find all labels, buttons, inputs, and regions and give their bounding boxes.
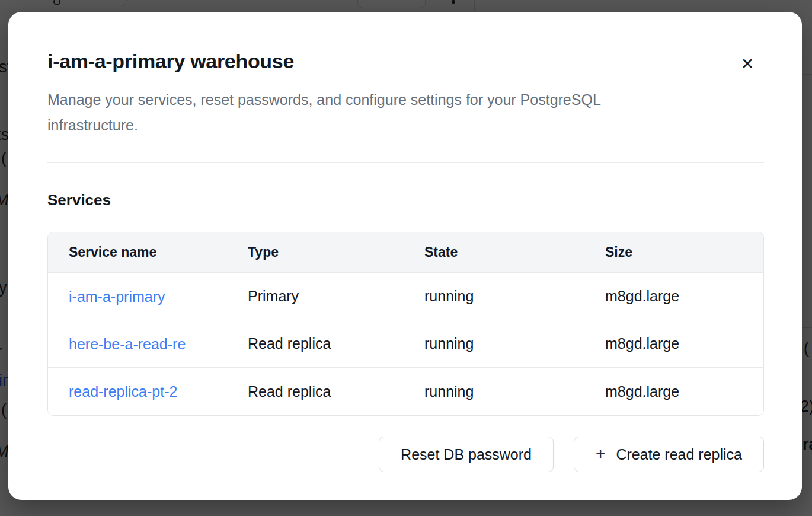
service-state-cell: running xyxy=(424,335,605,352)
service-type-cell: Primary xyxy=(248,288,424,305)
section-divider xyxy=(47,162,764,163)
close-icon: ✕ xyxy=(741,55,755,74)
create-read-replica-label: Create read replica xyxy=(616,446,742,463)
table-row: read-replica-pt-2 Read replica running m… xyxy=(48,368,763,415)
services-heading: Services xyxy=(47,191,764,209)
column-header-service-name: Service name xyxy=(48,244,248,260)
service-size-cell: m8gd.large xyxy=(605,335,763,352)
reset-db-password-button[interactable]: Reset DB password xyxy=(379,437,554,472)
table-row: here-be-a-read-re Read replica running m… xyxy=(48,320,763,368)
column-header-state: State xyxy=(424,244,605,260)
service-size-cell: m8gd.large xyxy=(605,383,763,400)
service-name-link[interactable]: here-be-a-read-re xyxy=(69,336,186,353)
column-header-type: Type xyxy=(248,244,424,260)
service-name-link[interactable]: read-replica-pt-2 xyxy=(69,383,177,400)
services-table: Service name Type State Size i-am-a-prim… xyxy=(47,232,764,416)
column-header-size: Size xyxy=(605,244,763,260)
service-size-cell: m8gd.large xyxy=(605,288,763,305)
modal-description: Manage your services, reset passwords, a… xyxy=(47,87,764,138)
close-button[interactable]: ✕ xyxy=(734,51,760,77)
service-type-cell: Read replica xyxy=(248,335,424,352)
table-row: i-am-a-primary Primary running m8gd.larg… xyxy=(48,273,763,320)
create-read-replica-button[interactable]: + Create read replica xyxy=(574,437,764,472)
reset-db-password-label: Reset DB password xyxy=(401,446,532,463)
table-header-row: Service name Type State Size xyxy=(48,232,763,273)
modal-actions: Reset DB password + Create read replica xyxy=(47,437,764,472)
service-type-cell: Read replica xyxy=(248,383,424,400)
service-state-cell: running xyxy=(424,383,605,400)
modal-title: i-am-a-primary warehouse xyxy=(47,50,764,73)
warehouse-modal: i-am-a-primary warehouse ✕ Manage your s… xyxy=(8,12,802,500)
plus-icon: + xyxy=(596,445,605,462)
service-state-cell: running xyxy=(424,288,605,305)
service-name-link[interactable]: i-am-a-primary xyxy=(69,288,165,305)
